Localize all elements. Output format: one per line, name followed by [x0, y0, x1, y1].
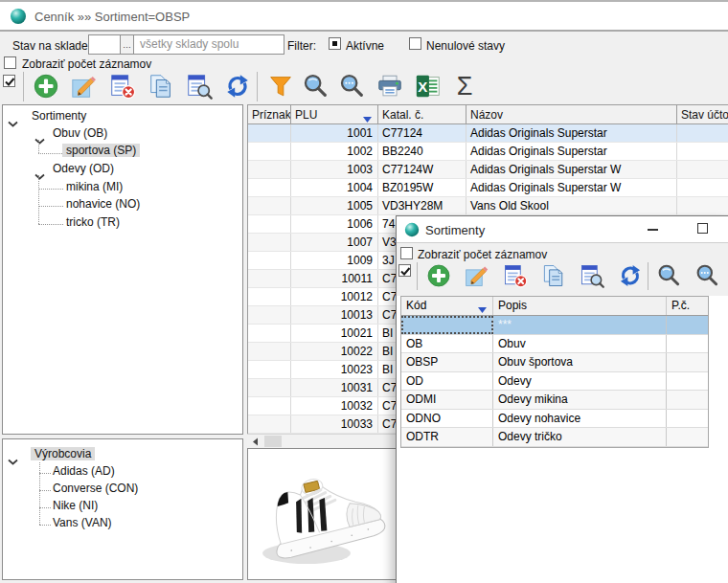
stock-input[interactable] [89, 35, 121, 54]
scroll-left-button[interactable] [247, 435, 262, 448]
popup-zoom-in-button[interactable] [655, 262, 682, 289]
app-sphere-icon [10, 8, 27, 29]
sigma-icon: Σ [457, 74, 473, 100]
product-image-shoe [251, 451, 395, 577]
maximize-button[interactable] [697, 223, 708, 234]
tree-item-sportova-selected[interactable]: sportova (SP) [62, 144, 140, 157]
cell-popis: Odevy nohavice [493, 410, 667, 428]
popup-edit-button[interactable] [464, 262, 490, 289]
tree-item-sortimenty[interactable]: Sortimenty [32, 109, 86, 123]
column-header-popis[interactable]: Popis [493, 297, 667, 315]
vyrobcovia-tree-panel: Výrobcovia Adidas (AD) Converse (CON) Ni… [2, 438, 243, 580]
toolbar-toggle-checkbox[interactable] [3, 75, 15, 87]
minimize-button[interactable] [648, 229, 658, 231]
copy-button[interactable] [147, 72, 175, 101]
column-header-kod[interactable]: Kód [401, 297, 493, 315]
popup-show-count-checkbox[interactable] [400, 247, 413, 259]
popup-copy-button[interactable] [540, 262, 567, 289]
popup-table-row[interactable]: ODTROdevy tričko [401, 428, 708, 447]
check-icon [4, 76, 16, 88]
sum-button[interactable]: Σ [450, 72, 479, 101]
excel-export-button[interactable]: X [414, 72, 443, 101]
checkbox-filled-mark [332, 41, 337, 46]
chevron-down-icon[interactable] [8, 114, 18, 131]
cell-pc [667, 316, 708, 334]
popup-delete-button[interactable] [502, 262, 529, 289]
nonzero-checkbox[interactable] [409, 37, 421, 50]
zoom-in-button[interactable] [301, 72, 330, 101]
toolbar-separator [257, 72, 258, 101]
cell-plu: 10012 [291, 288, 378, 305]
tree-connector [39, 507, 51, 508]
popup-table-header-row: Kód Popis P.č. [401, 297, 708, 316]
popup-zoom-more-button[interactable] [694, 262, 720, 289]
window-titlebar[interactable]: Cenník »» Sortiment=OBSP [0, 2, 728, 32]
show-count-checkbox[interactable] [4, 56, 16, 69]
table-row[interactable]: 1004BZ0195WAdidas Originals Superstar W [248, 179, 728, 197]
app-sphere-icon [404, 222, 420, 241]
scrollbar-thumb[interactable] [264, 436, 282, 447]
popup-table-row[interactable]: ODMIOdevy mikina [401, 391, 708, 410]
cell-plu: 10011 [291, 270, 378, 287]
edit-button[interactable] [70, 72, 99, 101]
cell-nazov: Adidas Originals Superstar W [466, 179, 677, 196]
cell-pc [667, 335, 708, 353]
tree-item-tricko[interactable]: tricko (TR) [66, 215, 120, 229]
table-row[interactable]: 1002BB2240Adidas Originals Superstar [248, 143, 728, 161]
popup-table-row[interactable]: *** [401, 316, 708, 335]
zoomin-icon [301, 72, 330, 101]
browse-button[interactable]: … [121, 35, 134, 54]
tree-item-converse[interactable]: Converse (CON) [53, 482, 138, 495]
table-row[interactable]: 1003C77124WAdidas Originals Superstar W [248, 161, 728, 179]
tree-item-nohavice[interactable]: nohavice (NO) [66, 197, 140, 211]
column-header-stav[interactable]: Stav účtov [677, 105, 728, 123]
tree-item-mikina[interactable]: mikina (MI) [66, 180, 123, 193]
column-header-nazov[interactable]: Názov [466, 105, 677, 123]
refresh-button[interactable] [223, 72, 252, 101]
print-button[interactable] [375, 72, 404, 101]
zoomdots-icon [694, 262, 720, 289]
cell-popis: Odevy mikina [493, 391, 667, 409]
cell-priznak [248, 124, 291, 142]
cell-pc [667, 391, 708, 409]
table-row[interactable]: 1005VD3HY28MVans Old Skool [248, 197, 728, 215]
refresh-icon [617, 262, 644, 289]
popup-table-row[interactable]: ODNOOdevy nohavice [401, 410, 708, 429]
cell-kod: ODTR [401, 428, 493, 446]
add-icon [425, 262, 452, 289]
tree-item-obuv[interactable]: Obuv (OB) [53, 126, 107, 140]
zoom-more-button[interactable] [337, 72, 366, 101]
popup-add-button[interactable] [425, 262, 452, 289]
popup-find-button[interactable] [579, 262, 605, 289]
cell-pc [667, 372, 708, 391]
popup-toolbar-toggle-checkbox[interactable] [398, 264, 411, 277]
add-button[interactable] [32, 72, 60, 101]
popup-table-row[interactable]: ODOdevy [401, 372, 708, 392]
column-header-plu[interactable]: PLU [291, 105, 378, 123]
chevron-down-icon[interactable] [34, 167, 45, 184]
chevron-down-icon[interactable] [34, 131, 45, 148]
tree-item-vans[interactable]: Vans (VAN) [53, 516, 112, 529]
filter-button[interactable] [266, 72, 295, 101]
cell-stav [677, 161, 728, 178]
column-header-katal[interactable]: Katal. č. [378, 105, 466, 123]
tree-item-vyrobcovia-selected[interactable]: Výrobcovia [31, 447, 95, 460]
tree-item-adidas[interactable]: Adidas (AD) [53, 464, 115, 478]
popup-table-row[interactable]: OBObuv [401, 335, 708, 354]
window-title: Cenník »» Sortiment=OBSP [34, 10, 190, 24]
delete-button[interactable] [108, 72, 137, 101]
column-header-priznak[interactable]: Príznak [248, 105, 291, 123]
tree-item-nike[interactable]: Nike (NI) [53, 499, 98, 512]
active-checkbox[interactable] [329, 37, 341, 50]
table-row[interactable]: 1001C77124Adidas Originals Superstar [248, 124, 728, 143]
tree-item-odevy[interactable]: Odevy (OD) [53, 162, 114, 175]
column-header-pc[interactable]: P.č. [667, 297, 708, 315]
find-button[interactable] [185, 72, 214, 101]
popup-refresh-button[interactable] [617, 262, 644, 289]
chevron-down-icon[interactable] [8, 452, 18, 469]
popup-titlebar[interactable]: Sortimenty [397, 216, 728, 243]
cell-priznak [248, 306, 291, 324]
cell-priznak [248, 361, 291, 378]
popup-table-row[interactable]: OBSPObuv športova [401, 353, 708, 372]
cell-plu: 1006 [291, 215, 378, 233]
